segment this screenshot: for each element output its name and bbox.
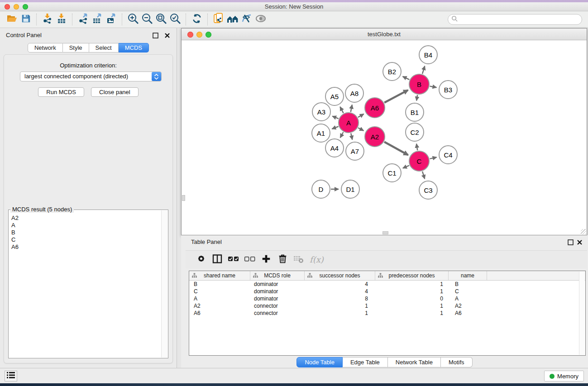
search-field[interactable] — [448, 14, 582, 25]
column-header-shared-name[interactable]: shared name — [189, 271, 250, 280]
export-network-button[interactable] — [76, 13, 90, 26]
graph-node-C4[interactable]: C4 — [439, 145, 458, 164]
cell-MCDS-role[interactable]: dominator — [250, 295, 305, 302]
tab-select[interactable]: Select — [89, 43, 119, 52]
graph-node-B[interactable]: B — [409, 74, 430, 95]
column-header-predecessor-nodes[interactable]: predecessor nodes — [375, 271, 449, 280]
cell-successor-nodes[interactable]: 1 — [305, 303, 375, 309]
zoom-fit-button[interactable] — [154, 13, 168, 26]
cell-shared-name[interactable]: A2 — [189, 303, 250, 309]
close-window-button[interactable] — [5, 4, 10, 10]
graph-node-A7[interactable]: A7 — [345, 142, 364, 161]
memory-button[interactable]: Memory — [544, 371, 584, 381]
function-builder-button[interactable]: f(x) — [310, 255, 324, 264]
graph-node-C1[interactable]: C1 — [382, 163, 402, 182]
result-item-b[interactable]: B — [11, 229, 158, 236]
cell-predecessor-nodes[interactable]: 1 — [375, 288, 449, 295]
show-all-button[interactable] — [253, 13, 268, 26]
cell-shared-name[interactable]: A6 — [189, 310, 250, 316]
cell-MCDS-role[interactable]: connector — [250, 310, 305, 316]
cell-successor-nodes[interactable]: 4 — [305, 281, 375, 287]
graph-node-B3[interactable]: B3 — [439, 80, 458, 99]
open-session-button[interactable] — [5, 13, 19, 26]
cell-name[interactable]: B — [449, 281, 487, 287]
table-tab-edge-table[interactable]: Edge Table — [343, 357, 388, 367]
column-header-MCDS-role[interactable]: MCDS role — [250, 271, 305, 280]
tab-network[interactable]: Network — [28, 43, 63, 52]
table-scrollbar[interactable] — [579, 272, 585, 355]
select-all-rows-button[interactable] — [225, 253, 242, 267]
float-panel-icon[interactable] — [153, 32, 158, 38]
cell-successor-nodes[interactable]: 4 — [305, 288, 375, 295]
graph-node-C[interactable]: C — [409, 151, 430, 172]
close-panel-icon[interactable] — [164, 32, 170, 38]
cell-shared-name[interactable]: B — [189, 281, 250, 287]
result-item-a6[interactable]: A6 — [11, 243, 158, 251]
run-mcds-button[interactable]: Run MCDS — [38, 87, 84, 97]
cell-shared-name[interactable]: C — [189, 288, 250, 295]
table-tab-node-table[interactable]: Node Table — [296, 357, 343, 367]
network-canvas[interactable]: B4B2BB3A8A5A6A3B1AA1C2A2A4A7C4CC1C3DD1 — [182, 40, 587, 235]
zoom-out-button[interactable] — [140, 13, 154, 26]
canvas-horizontal-scroll-nub[interactable] — [382, 231, 388, 234]
cell-shared-name[interactable]: A — [189, 295, 250, 302]
show-panels-button[interactable] — [5, 371, 17, 381]
graph-node-A4[interactable]: A4 — [325, 138, 344, 157]
graph-node-A5[interactable]: A5 — [325, 87, 344, 106]
cell-name[interactable]: A6 — [449, 310, 487, 316]
maximize-window-button[interactable] — [23, 4, 28, 10]
close-panel-button[interactable]: Close panel — [91, 87, 139, 97]
graph-node-C2[interactable]: C2 — [405, 123, 424, 142]
graph-node-B2[interactable]: B2 — [382, 62, 402, 81]
deselect-all-rows-button[interactable] — [242, 253, 258, 267]
delete-table-button[interactable] — [291, 253, 307, 267]
cell-successor-nodes[interactable]: 8 — [305, 295, 375, 302]
canvas-vertical-scroll-nub[interactable] — [182, 195, 185, 201]
column-header-successor-nodes[interactable]: successor nodes — [305, 271, 375, 280]
graph-node-A3[interactable]: A3 — [312, 102, 331, 121]
graph-node-B1[interactable]: B1 — [405, 103, 424, 122]
graph-node-D[interactable]: D — [311, 180, 330, 199]
hide-selected-button[interactable] — [239, 13, 253, 26]
network-minimize-button[interactable] — [196, 32, 202, 38]
table-tab-motifs[interactable]: Motifs — [441, 357, 473, 367]
first-neighbors-button[interactable] — [225, 13, 239, 26]
graph-node-A8[interactable]: A8 — [345, 84, 364, 103]
graph-node-A2[interactable]: A2 — [364, 126, 385, 147]
graph-node-C3[interactable]: C3 — [419, 181, 438, 200]
criterion-dropdown[interactable]: largest connected component (directed) — [20, 71, 162, 81]
import-network-button[interactable] — [40, 13, 54, 26]
tab-mcds[interactable]: MCDS — [119, 43, 149, 52]
network-close-button[interactable] — [187, 32, 193, 38]
graph-node-A[interactable]: A — [338, 112, 359, 133]
export-image-button[interactable] — [104, 13, 118, 26]
cell-name[interactable]: A — [449, 295, 487, 302]
table-tab-network-table[interactable]: Network Table — [388, 357, 441, 367]
cell-predecessor-nodes[interactable]: 1 — [375, 310, 449, 316]
import-table-button[interactable] — [54, 13, 68, 26]
cell-MCDS-role[interactable]: dominator — [250, 288, 305, 295]
graph-node-A1[interactable]: A1 — [311, 124, 330, 143]
delete-column-button[interactable] — [274, 253, 291, 267]
column-header-name[interactable]: name — [449, 271, 487, 280]
search-input[interactable] — [458, 16, 578, 23]
apply-layout-button[interactable] — [190, 13, 204, 26]
cell-predecessor-nodes[interactable]: 1 — [375, 281, 449, 287]
table-options-button[interactable] — [193, 253, 209, 267]
export-table-button[interactable] — [90, 13, 104, 26]
tab-style[interactable]: Style — [63, 43, 89, 52]
cell-successor-nodes[interactable]: 1 — [305, 310, 375, 316]
result-item-c[interactable]: C — [11, 236, 158, 243]
save-session-button[interactable] — [19, 13, 33, 26]
graph-node-D1[interactable]: D1 — [341, 180, 360, 199]
float-table-panel-icon[interactable] — [568, 239, 574, 245]
close-table-panel-icon[interactable] — [577, 239, 583, 245]
add-column-button[interactable] — [258, 253, 274, 267]
zoom-selected-button[interactable] — [168, 13, 182, 26]
window-resize-grip[interactable] — [581, 229, 586, 234]
graph-node-B4[interactable]: B4 — [419, 45, 438, 64]
result-scrollbar[interactable] — [161, 210, 167, 357]
column-visibility-button[interactable] — [209, 253, 225, 267]
cell-name[interactable]: C — [449, 288, 487, 295]
new-network-from-selection-button[interactable] — [211, 13, 225, 26]
